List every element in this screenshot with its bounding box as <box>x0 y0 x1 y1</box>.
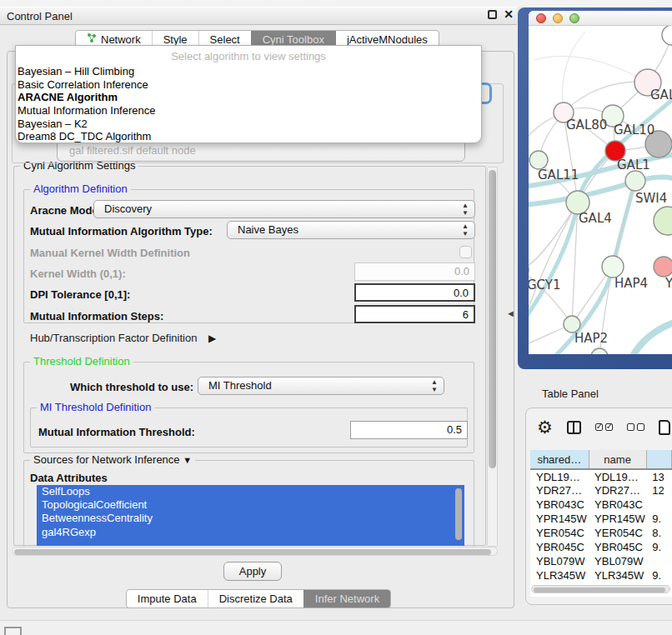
close-icon[interactable]: ✕ <box>504 10 514 19</box>
table-row[interactable]: YDR27…YDR27…12 <box>530 483 672 498</box>
sources-title: Sources for Network Inference <box>33 453 180 466</box>
table-cell[interactable]: 9. <box>646 512 671 526</box>
kernel-width-label: Kernel Width (0,1): <box>30 268 126 280</box>
table-cell[interactable]: YDR27… <box>589 483 646 498</box>
table-cell[interactable]: 12 <box>646 483 671 498</box>
table-cell[interactable] <box>646 554 671 568</box>
mi-algorithm-type-combo[interactable]: Naive Bayes ▲▼ <box>227 221 475 239</box>
dpi-tolerance-field[interactable]: 0.0 <box>354 283 475 302</box>
dropdown-placeholder: Select algorithm to view settings <box>16 48 481 65</box>
table-row[interactable]: YER054CYER054C8. <box>530 526 672 540</box>
scrollbar-thumb[interactable] <box>14 549 491 555</box>
node-bottom[interactable] <box>591 348 608 354</box>
table-cell[interactable]: YDR27… <box>530 483 589 498</box>
attribute-item[interactable]: BetweennessCentrality <box>37 512 464 525</box>
settings-vertical-scrollbar[interactable] <box>487 167 498 547</box>
table-cell[interactable]: YLR345W <box>589 568 646 582</box>
which-threshold-combo[interactable]: MI Threshold ▲▼ <box>198 377 444 395</box>
scrollbar-thumb[interactable] <box>489 170 496 468</box>
table-cell[interactable]: 8. <box>646 526 671 540</box>
attributes-list-scrollbar[interactable] <box>455 488 462 540</box>
bottom-tab-discretize-data[interactable]: Discretize Data <box>208 590 303 608</box>
manual-kernel-label: Manual Kernel Width Definition <box>30 247 190 259</box>
columns-icon[interactable] <box>567 421 581 434</box>
bottom-tab-impute-data[interactable]: Impute Data <box>127 590 208 608</box>
network-edge[interactable] <box>562 32 585 112</box>
node-salmon[interactable] <box>654 257 672 277</box>
checked-pair-icon[interactable] <box>595 423 613 431</box>
table-cell[interactable]: YBR043C <box>589 498 646 512</box>
attribute-item[interactable]: TopologicalCoefficient <box>37 498 464 512</box>
network-canvas[interactable]: GALGAL80GAL10GAL1GAL11SWI4GAL4GCY1HAP4YH… <box>529 26 672 354</box>
column-header[interactable]: name <box>589 450 646 469</box>
mi-threshold-field[interactable]: 0.5 <box>350 421 468 439</box>
table-cell[interactable]: YPR145W <box>589 512 646 526</box>
table-cell[interactable]: 9. <box>646 540 671 554</box>
mi-algorithm-type-value: Naive Bayes <box>238 223 298 236</box>
node-gal11[interactable] <box>529 151 548 169</box>
sources-toggle[interactable]: Sources for Network Inference ▼ <box>30 454 195 466</box>
dropdown-item[interactable]: Dream8 DC_TDC Algorithm <box>16 130 481 143</box>
manual-kernel-checkbox[interactable] <box>459 246 472 258</box>
column-header[interactable]: shared… <box>530 450 589 469</box>
scrollbar-thumb[interactable] <box>534 588 665 592</box>
table-cell[interactable]: YBR043C <box>530 498 589 512</box>
table-cell[interactable]: YER054C <box>530 526 589 540</box>
table-cell[interactable]: YDL19… <box>589 469 646 483</box>
dropdown-item[interactable]: Bayesian – Hill Climbing <box>16 65 481 78</box>
table-cell[interactable]: 9. <box>646 568 671 582</box>
table-row[interactable]: YBL079WYBL079W <box>530 554 672 568</box>
table-row[interactable]: YDL19…YDL19…13 <box>530 469 672 483</box>
table-row[interactable]: YBR043CYBR043C <box>530 498 672 512</box>
table-cell[interactable]: YBL079W <box>530 554 589 568</box>
table-cell[interactable]: YLR345W <box>530 568 589 582</box>
node-label: Y <box>664 276 672 291</box>
gear-icon[interactable]: ⚙ <box>537 418 553 436</box>
node-swi4[interactable] <box>625 171 645 191</box>
aracne-mode-combo[interactable]: Discovery ▲▼ <box>93 200 475 218</box>
float-window-icon[interactable] <box>488 10 497 19</box>
dropdown-item[interactable]: Mutual Information Inference <box>16 104 481 118</box>
table-panel-title: Table Panel <box>542 388 599 400</box>
algorithm-definition-title: Algorithm Definition <box>30 183 131 195</box>
hub-definition-toggle[interactable]: Hub/Transcription Factor Definition ▶ <box>30 332 216 344</box>
node-top-right[interactable] <box>662 26 672 45</box>
table-horizontal-scrollbar[interactable] <box>531 585 670 593</box>
settings-horizontal-scrollbar[interactable] <box>12 547 498 556</box>
table-row[interactable]: YLR345WYLR345W9. <box>530 568 672 582</box>
table-cell[interactable]: YER054C <box>589 526 646 540</box>
mi-steps-field[interactable]: 6 <box>354 305 475 323</box>
dropdown-item[interactable]: Basic Correlation Inference <box>16 78 481 92</box>
minimized-panel-icon[interactable] <box>4 627 22 635</box>
dropdown-item[interactable]: Bayesian – K2 <box>16 118 481 131</box>
column-header[interactable] <box>646 450 671 469</box>
node-label: GAL <box>650 88 672 102</box>
minimize-traffic-light[interactable] <box>553 13 563 23</box>
table-cell[interactable]: YBR045C <box>589 540 646 554</box>
attribute-item[interactable]: SelfLoops <box>37 485 464 498</box>
table-cell[interactable]: YPR145W <box>530 512 589 526</box>
stepper-arrows-icon: ▲▼ <box>431 378 438 393</box>
node-hap4[interactable] <box>602 256 624 278</box>
zoom-traffic-light[interactable] <box>569 13 579 23</box>
attribute-item[interactable]: gal4RGexp <box>37 526 464 539</box>
table-cell[interactable]: YBL079W <box>589 554 646 568</box>
close-traffic-light[interactable] <box>536 13 546 23</box>
table-cell[interactable]: YDL19… <box>530 469 589 483</box>
table-row[interactable]: YPR145WYPR145W9. <box>530 512 672 526</box>
table-cell[interactable]: YBR045C <box>530 540 589 554</box>
dropdown-item[interactable]: ARACNE Algorithm <box>16 91 481 104</box>
network-edge[interactable] <box>625 323 672 354</box>
kernel-width-field[interactable]: 0.0 <box>354 262 475 281</box>
table-cell[interactable]: 13 <box>646 469 671 483</box>
mi-threshold-label: Mutual Information Threshold: <box>38 426 195 438</box>
unchecked-pair-icon[interactable] <box>627 423 644 431</box>
table-row[interactable]: YBR045CYBR045C9. <box>530 540 672 554</box>
network-edge[interactable] <box>534 56 648 82</box>
table-cell[interactable] <box>646 498 671 512</box>
node-green-right[interactable] <box>654 207 672 235</box>
node-hap2[interactable] <box>564 316 580 332</box>
apply-button[interactable]: Apply <box>223 562 282 581</box>
bottom-tab-infer-network[interactable]: Infer Network <box>303 590 390 608</box>
document-icon[interactable] <box>659 420 670 435</box>
